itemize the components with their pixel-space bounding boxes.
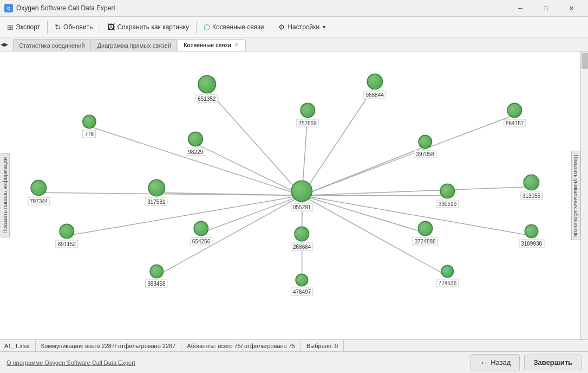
separator-4: [271, 21, 271, 34]
maximize-button[interactable]: □: [533, 0, 558, 17]
status-selected: Выбрано: 0: [301, 340, 344, 351]
status-file-text: AT_T.xlsx: [4, 343, 30, 349]
save-image-label: Сохранить как картинку: [117, 23, 189, 31]
node-n14[interactable]: 268664: [291, 227, 313, 251]
tab-stats[interactable]: Статистика соединений: [13, 39, 91, 51]
node-n10[interactable]: 330519: [436, 183, 459, 208]
settings-dropdown-icon: ▼: [322, 24, 326, 30]
node-n6[interactable]: 98229: [186, 131, 205, 156]
tab-nav-button[interactable]: ◀▶: [0, 38, 12, 50]
node-label-n13: 654256: [190, 237, 212, 245]
node-circle-n15: [417, 221, 433, 236]
node-n15[interactable]: 3724888: [413, 221, 438, 245]
show-info-panel-button[interactable]: Показать панель информации: [0, 52, 10, 339]
node-label-n6: 98229: [186, 147, 205, 156]
node-n1[interactable]: 651352: [195, 75, 218, 103]
back-button[interactable]: ← Назад: [471, 354, 520, 371]
separator-1: [47, 21, 48, 34]
node-circle-n4: [300, 102, 315, 118]
toolbar: ⊞ Экспорт ↻ Обновить 🖼 Сохранить как кар…: [0, 17, 588, 37]
tab-direct-label: Диаграмма прямых связей: [97, 42, 172, 49]
node-center[interactable]: 055291: [291, 180, 313, 211]
titlebar: O Oxygen Software Call Data Expert ─ □ ✕: [0, 0, 588, 17]
node-circle-n1: [198, 75, 216, 94]
node-label-n5: 397058: [414, 150, 436, 158]
status-file: AT_T.xlsx: [4, 340, 36, 351]
show-unique-button[interactable]: Показать уникальных абонентов: [571, 52, 580, 339]
tab-indirect-close[interactable]: ✕: [233, 42, 240, 48]
export-icon: ⊞: [7, 23, 14, 31]
status-communications: Коммуникации: всего 2287/ отфильтровано …: [36, 340, 181, 351]
node-n18[interactable]: 476497: [291, 274, 313, 296]
about-link[interactable]: О программе Oxygen Software Call Data Ex…: [6, 359, 135, 366]
indirect-label: Косвенные связи: [212, 23, 264, 31]
titlebar-buttons: ─ □ ✕: [508, 0, 584, 17]
node-circle-n17: [149, 265, 164, 279]
back-label: Назад: [491, 358, 511, 366]
node-circle-center: [291, 180, 313, 202]
node-label-n2: 968844: [363, 91, 386, 99]
settings-button[interactable]: ⚙ Настройки ▼: [273, 20, 331, 35]
refresh-label: Обновить: [63, 23, 93, 31]
node-circle-n9: [31, 180, 47, 196]
close-button[interactable]: ✕: [559, 0, 584, 17]
node-n3[interactable]: 864787: [504, 102, 526, 127]
node-label-n16: 3189930: [519, 239, 544, 247]
node-n4[interactable]: 257669: [296, 102, 318, 127]
bottombar-nav: ← Назад Завершить: [471, 354, 582, 371]
node-n5[interactable]: 397058: [414, 135, 436, 158]
scrollbar-right[interactable]: [580, 52, 588, 339]
node-n7[interactable]: 778: [82, 115, 96, 138]
main-content: Показать панель информации Показать уник…: [0, 52, 588, 339]
tab-stats-label: Статистика соединений: [19, 42, 85, 49]
finish-button[interactable]: Завершить: [524, 355, 582, 370]
separator-3: [196, 21, 197, 34]
node-label-n18: 476497: [291, 288, 313, 296]
node-n19[interactable]: 774536: [436, 265, 459, 287]
node-circle-n14: [295, 227, 310, 242]
node-n17[interactable]: 383458: [145, 265, 167, 288]
status-communications-text: Коммуникации: всего 2287/ отфильтровано …: [41, 343, 175, 349]
node-circle-n8: [148, 179, 165, 197]
refresh-button[interactable]: ↻ Обновить: [50, 20, 97, 35]
node-n16[interactable]: 3189930: [519, 224, 544, 247]
node-circle-n5: [418, 135, 432, 149]
tab-indirect-label: Косвенные связи: [184, 42, 231, 48]
node-circle-n6: [188, 131, 203, 146]
settings-icon: ⚙: [278, 23, 285, 31]
export-label: Экспорт: [16, 23, 40, 31]
save-image-button[interactable]: 🖼 Сохранить как картинку: [102, 20, 194, 35]
status-subscribers-text: Абоненты: всего 75/ отфильтровано 75: [187, 343, 295, 349]
indirect-button[interactable]: ⬡ Косвенные связи: [199, 20, 269, 35]
export-button[interactable]: ⊞ Экспорт: [2, 20, 45, 35]
node-n11[interactable]: 313055: [520, 174, 543, 200]
node-label-n19: 774536: [436, 279, 459, 287]
node-label-n7: 778: [82, 130, 96, 138]
node-label-n11: 313055: [520, 191, 543, 200]
node-circle-n18: [296, 274, 309, 287]
node-n9[interactable]: 797344: [28, 180, 50, 205]
save-image-icon: 🖼: [107, 23, 115, 31]
node-label-n15: 3724888: [413, 237, 438, 245]
node-n13[interactable]: 654256: [190, 221, 212, 245]
node-n12[interactable]: 891152: [56, 223, 78, 248]
node-circle-n19: [441, 265, 454, 278]
tab-indirect[interactable]: Косвенные связи ✕: [178, 39, 245, 51]
separator-2: [100, 21, 100, 34]
node-circle-n3: [507, 102, 522, 118]
minimize-button[interactable]: ─: [508, 0, 533, 17]
status-selected-text: Выбрано: 0: [306, 343, 338, 349]
node-circle-n16: [525, 224, 539, 238]
node-label-n14: 268664: [291, 243, 313, 251]
finish-label: Завершить: [533, 358, 572, 366]
tab-direct[interactable]: Диаграмма прямых связей: [92, 39, 178, 51]
node-circle-n13: [194, 221, 209, 236]
node-n2[interactable]: 968844: [363, 73, 386, 99]
node-n8[interactable]: 317581: [145, 179, 167, 206]
node-circle-n12: [59, 223, 74, 239]
node-label-n12: 891152: [56, 240, 78, 248]
tabs-wrapper: Статистика соединений Диаграмма прямых с…: [13, 39, 246, 51]
node-circle-n7: [82, 115, 96, 129]
indirect-icon: ⬡: [204, 23, 210, 31]
graph-area: 0552916513529688448647872576693970589822…: [11, 52, 571, 339]
